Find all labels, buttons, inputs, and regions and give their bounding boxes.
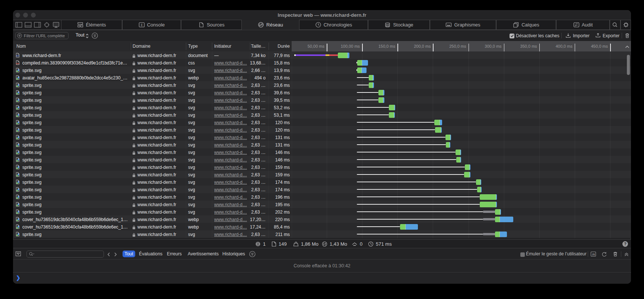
svg-text:css: css (16, 62, 19, 64)
svg-text:JS: JS (592, 253, 595, 256)
svg-text:<>: <> (16, 54, 19, 57)
